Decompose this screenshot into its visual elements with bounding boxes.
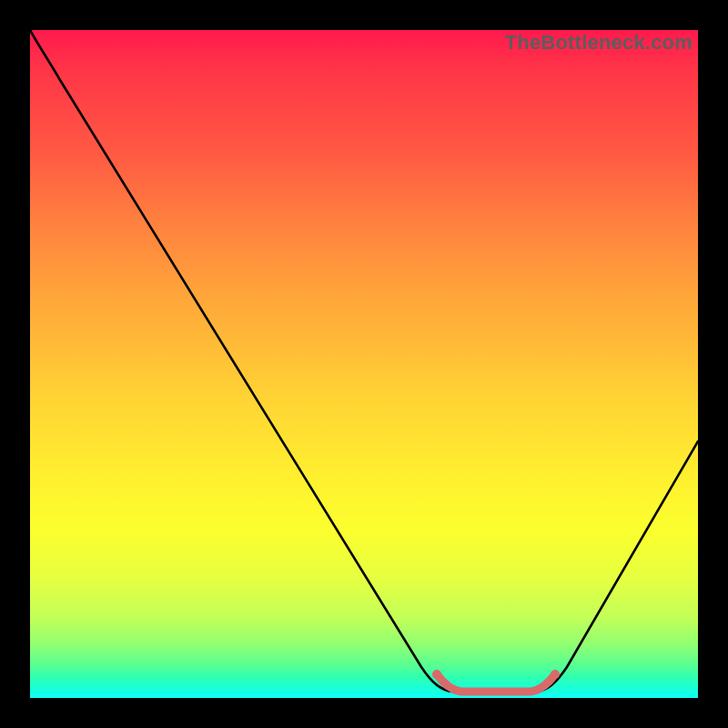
watermark-text: TheBottleneck.com [505,31,693,55]
curve-layer [30,30,698,698]
plot-area: TheBottleneck.com [30,30,698,698]
bottleneck-curve-path [30,30,698,692]
optimal-band-end-left [432,670,441,679]
chart-frame: TheBottleneck.com [0,0,728,728]
optimal-band-end-right [551,670,560,679]
optimal-band-path [437,674,555,692]
